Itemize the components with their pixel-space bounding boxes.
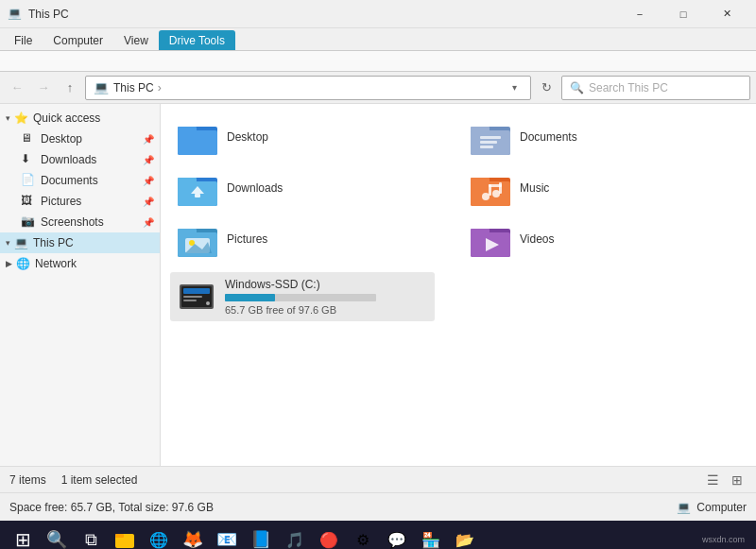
drive-info-c: Windows-SSD (C:) 65.7 GB free of 97.6 GB <box>225 278 376 316</box>
search-box[interactable]: 🔍 Search This PC <box>561 76 750 100</box>
tab-drive-tools[interactable]: Drive Tools <box>159 30 235 50</box>
svg-rect-37 <box>183 300 197 301</box>
folder-icon-desktop <box>178 119 217 155</box>
pin-icon-downloads: 📌 <box>143 155 154 165</box>
watermark: wsxdn.com <box>702 535 745 544</box>
folder-item-downloads[interactable]: Downloads <box>170 164 454 212</box>
drive-bar-c <box>225 294 376 301</box>
svg-point-17 <box>482 193 490 200</box>
tab-file[interactable]: File <box>4 30 43 50</box>
breadcrumb: This PC <box>113 81 154 94</box>
folder-item-videos[interactable]: Videos <box>463 215 747 263</box>
sidebar-item-screenshots[interactable]: 📷 Screenshots 📌 <box>0 212 160 232</box>
svg-rect-8 <box>480 146 493 148</box>
content-area: Desktop Documents <box>161 104 756 466</box>
sidebar-item-documents[interactable]: 📄 Documents 📌 <box>0 170 160 191</box>
taskbar-settings[interactable]: ⚙ <box>348 524 378 549</box>
folder-icon-videos <box>471 221 510 257</box>
folder-item-music[interactable]: Music <box>463 164 747 212</box>
quick-access-header[interactable]: ▾ ⭐ Quick access <box>0 108 160 129</box>
taskbar-start[interactable]: ⊞ <box>8 524 38 549</box>
network-label: Network <box>35 257 77 270</box>
folder-icon-music <box>471 170 510 206</box>
folder-icon-downloads <box>178 170 217 206</box>
this-pc-chevron: ▾ <box>6 238 10 248</box>
tab-view[interactable]: View <box>113 30 159 50</box>
breadcrumb-pc-icon: 💻 <box>94 80 109 94</box>
sidebar-item-desktop[interactable]: 🖥 Desktop 📌 <box>0 129 160 149</box>
drive-size-c: 65.7 GB free of 97.6 GB <box>225 304 376 316</box>
main-layout: ▾ ⭐ Quick access 🖥 Desktop 📌 ⬇ Downloads… <box>0 104 756 466</box>
svg-point-35 <box>206 301 210 305</box>
sidebar-documents-label: Documents <box>41 174 98 187</box>
taskbar: ⊞ 🔍 ⧉ 🌐 🦊 📧 📘 🎵 🔴 ⚙ 💬 🏪 📂 wsxdn.com <box>0 521 756 549</box>
computer-label: Computer <box>696 501 747 514</box>
folder-item-pictures[interactable]: Pictures <box>170 215 454 263</box>
pin-icon-pictures: 📌 <box>143 197 154 207</box>
refresh-button[interactable]: ↻ <box>535 77 558 99</box>
taskbar-search[interactable]: 🔍 <box>42 524 72 549</box>
folder-icon-pictures <box>178 221 217 257</box>
svg-rect-36 <box>183 296 202 298</box>
svg-rect-2 <box>178 130 217 155</box>
svg-rect-13 <box>195 194 200 197</box>
sidebar-downloads-label: Downloads <box>41 153 96 166</box>
back-button[interactable]: ← <box>6 77 28 99</box>
downloads-icon: ⬇ <box>21 152 36 167</box>
pin-icon-screenshots: 📌 <box>143 217 154 228</box>
taskbar-app-red[interactable]: 🔴 <box>314 524 344 549</box>
selected-count: 1 item selected <box>61 473 138 487</box>
sidebar-item-downloads[interactable]: ⬇ Downloads 📌 <box>0 149 160 170</box>
folder-name-pictures: Pictures <box>227 232 267 246</box>
quick-access-chevron: ▾ <box>6 113 10 123</box>
taskbar-folder2[interactable]: 📂 <box>450 524 480 549</box>
search-icon: 🔍 <box>570 81 584 94</box>
view-controls: ☰ ⊞ <box>703 471 747 489</box>
svg-rect-6 <box>480 136 501 139</box>
folder-name-videos: Videos <box>520 232 554 246</box>
network-icon: 🌐 <box>16 257 30 270</box>
network-header[interactable]: ▶ 🌐 Network <box>0 253 160 274</box>
taskbar-taskview[interactable]: ⧉ <box>76 524 106 549</box>
taskbar-mail[interactable]: 📧 <box>212 524 242 549</box>
sidebar-pictures-label: Pictures <box>41 195 81 208</box>
drive-icon-c <box>178 279 215 315</box>
close-button[interactable]: ✕ <box>705 0 748 28</box>
list-view-button[interactable]: ☰ <box>703 471 722 489</box>
taskbar-word[interactable]: 📘 <box>246 524 276 549</box>
taskbar-files[interactable] <box>110 524 140 549</box>
address-box[interactable]: 💻 This PC › ▾ <box>85 76 531 100</box>
folder-item-documents[interactable]: Documents <box>463 113 747 161</box>
folder-name-downloads: Downloads <box>227 181 283 195</box>
address-bar: ← → ↑ 💻 This PC › ▾ ↻ 🔍 Search This PC <box>0 72 756 104</box>
dropdown-button[interactable]: ▾ <box>506 79 523 96</box>
folder-item-desktop[interactable]: Desktop <box>170 113 454 161</box>
maximize-button[interactable]: □ <box>662 0 705 28</box>
info-bar: Space free: 65.7 GB, Total size: 97.6 GB… <box>0 492 756 521</box>
documents-icon: 📄 <box>21 173 36 188</box>
title-bar-title: This PC <box>28 8 618 21</box>
drive-item-c[interactable]: Windows-SSD (C:) 65.7 GB free of 97.6 GB <box>170 272 435 321</box>
svg-rect-39 <box>115 534 124 538</box>
pin-icon-desktop: 📌 <box>143 134 154 145</box>
drive-bar-fill-c <box>225 294 275 301</box>
drive-name-c: Windows-SSD (C:) <box>225 278 376 291</box>
taskbar-vlc[interactable]: 🎵 <box>280 524 310 549</box>
svg-rect-21 <box>489 184 502 187</box>
this-pc-header[interactable]: ▾ 💻 This PC <box>0 232 160 253</box>
quick-access-label: Quick access <box>33 112 100 125</box>
taskbar-firefox[interactable]: 🦊 <box>178 524 208 549</box>
space-info: Space free: 65.7 GB, Total size: 97.6 GB <box>9 501 214 514</box>
svg-rect-34 <box>183 288 210 294</box>
this-pc-label: This PC <box>33 236 74 249</box>
minimize-button[interactable]: − <box>618 0 662 28</box>
sidebar-screenshots-label: Screenshots <box>41 215 104 229</box>
taskbar-store[interactable]: 🏪 <box>416 524 446 549</box>
sidebar-item-pictures[interactable]: 🖼 Pictures 📌 <box>0 191 160 212</box>
tab-computer[interactable]: Computer <box>43 30 113 50</box>
forward-button[interactable]: → <box>32 77 55 99</box>
grid-view-button[interactable]: ⊞ <box>728 471 747 489</box>
taskbar-teams[interactable]: 💬 <box>382 524 412 549</box>
taskbar-browser[interactable]: 🌐 <box>144 524 174 549</box>
up-button[interactable]: ↑ <box>59 77 81 99</box>
